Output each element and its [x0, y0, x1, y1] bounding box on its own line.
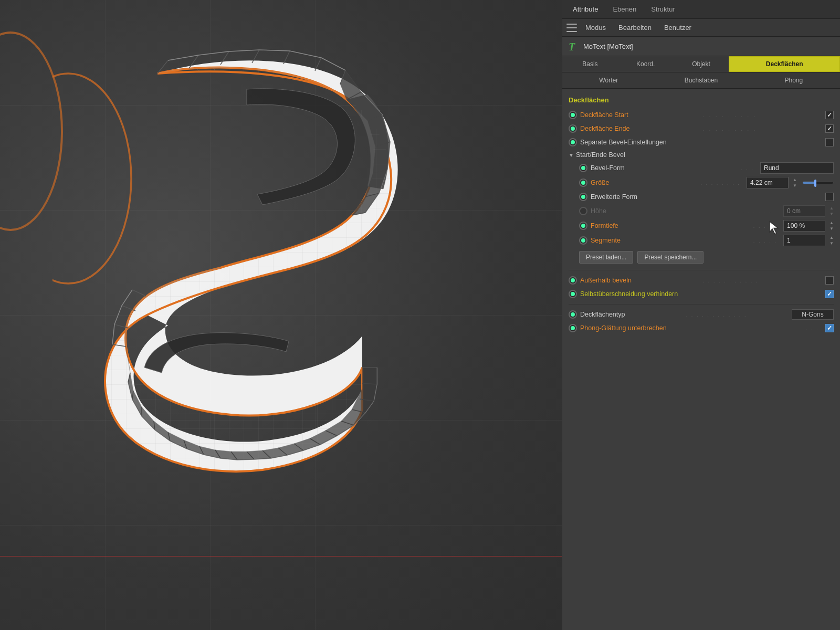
formtiefe-radio[interactable]: [579, 222, 587, 230]
tab-attribute[interactable]: Attribute: [566, 2, 604, 16]
separator-2: [569, 304, 834, 304]
motext-icon: T: [569, 41, 579, 51]
separator-1: [569, 270, 834, 270]
hoehe-spinner[interactable]: ▲ ▼: [830, 205, 834, 217]
benutzer-button[interactable]: Benutzer: [660, 23, 696, 33]
groesse-label: Größe: [591, 179, 697, 186]
panel-toolbar: Modus Bearbeiten Benutzer: [562, 19, 840, 37]
formtiefe-row: Formtiefe . . . . . ▲ ▼: [573, 218, 840, 233]
deckflaeche-ende-row: Deckfläche Ende . . . . . . . . .: [562, 122, 840, 135]
tab-woerter[interactable]: Wörter: [562, 72, 655, 88]
groesse-spinner[interactable]: ▲ ▼: [793, 177, 797, 188]
deckflaechentyp-value: N-Gons: [792, 309, 834, 320]
segmente-dots: . . . . .: [753, 237, 778, 244]
groesse-input[interactable]: [747, 177, 789, 188]
phong-glaettung-row: Phong-Glättung unterbrechen . . .: [562, 321, 840, 335]
3d-viewport[interactable]: [0, 0, 562, 630]
ausserhalb-beveln-row: Außerhalb beveln . . . . . . . . . . .: [562, 274, 840, 287]
tab-phong[interactable]: Phong: [748, 72, 840, 88]
groesse-radio[interactable]: [579, 178, 587, 187]
deckflaechentyp-label: Deckflächentyp: [580, 311, 683, 318]
deckflaeche-ende-radio[interactable]: [569, 124, 577, 133]
bevel-form-label: Bevel-Form: [591, 164, 738, 172]
hamburger-menu-icon[interactable]: [566, 24, 577, 32]
object-title: MoText [MoText]: [583, 43, 633, 50]
tab-koord[interactable]: Koord.: [618, 56, 674, 72]
hoehe-input[interactable]: [783, 205, 825, 217]
formtiefe-label: Formtiefe: [591, 222, 750, 229]
deckflaeche-start-radio[interactable]: [569, 111, 577, 119]
ausserhalb-beveln-radio[interactable]: [569, 276, 577, 285]
deckflaechen-title: Deckflächen: [562, 94, 840, 108]
formtiefe-dots: . . . . .: [753, 223, 778, 229]
bevel-form-input[interactable]: [760, 162, 834, 174]
bevel-section-label: Start/Ende Bevel: [576, 151, 625, 159]
3d-letter-s: [52, 32, 420, 583]
groesse-slider-thumb[interactable]: [814, 180, 816, 187]
formtiefe-input[interactable]: [783, 220, 825, 232]
groesse-row: Größe . . . . . . . . ▲ ▼: [573, 175, 840, 190]
modus-button[interactable]: Modus: [581, 23, 610, 33]
tab-basis[interactable]: Basis: [562, 56, 618, 72]
erweiterte-form-radio[interactable]: [579, 193, 587, 201]
phong-glaettung-dots: . . .: [806, 325, 819, 331]
phong-glaettung-radio[interactable]: [569, 324, 577, 332]
panel-tabs-top: Attribute Ebenen Struktur: [562, 0, 840, 19]
erweiterte-form-checkbox[interactable]: [825, 193, 834, 201]
formtiefe-spinner[interactable]: ▲ ▼: [830, 220, 834, 232]
selbstueberschneidung-label: Selbstüberschneidung verhindern: [580, 290, 822, 298]
segmente-label: Segmente: [591, 237, 750, 244]
hoehe-dots: . . . . . . . .: [737, 208, 777, 214]
deckflaechentyp-radio[interactable]: [569, 310, 577, 319]
tab-buchstaben[interactable]: Buchstaben: [655, 72, 747, 88]
object-header: T MoText [MoText]: [562, 37, 840, 56]
bevel-section-header[interactable]: ▼ Start/Ende Bevel: [562, 149, 840, 161]
separate-bevel-radio[interactable]: [569, 138, 577, 146]
deckflaeche-ende-label: Deckfläche Ende: [580, 125, 700, 132]
tab-objekt[interactable]: Objekt: [674, 56, 729, 72]
deckflaechentyp-row: Deckflächentyp . . . . . . . . . . . . N…: [562, 308, 840, 321]
deckflaeche-ende-dots: . . . . . . . . .: [703, 125, 823, 132]
phong-glaettung-label: Phong-Glättung unterbrechen: [580, 324, 803, 332]
segmente-spinner[interactable]: ▲ ▼: [830, 235, 834, 246]
segmente-row: Segmente . . . . . ▲ ▼: [573, 233, 840, 248]
separate-bevel-checkbox[interactable]: [825, 138, 834, 146]
ausserhalb-beveln-label: Außerhalb beveln: [580, 277, 700, 284]
segmente-input[interactable]: [783, 235, 825, 246]
tab-ebenen[interactable]: Ebenen: [606, 2, 643, 16]
hoehe-radio[interactable]: [579, 207, 587, 215]
bevel-form-row: Bevel-Form . . .: [573, 161, 840, 175]
ausserhalb-dots: . . . . . . . . . . .: [703, 277, 823, 284]
collapse-arrow-icon: ▼: [569, 152, 574, 158]
panel-content[interactable]: Deckflächen Deckfläche Start . . . . . .…: [562, 89, 840, 630]
phong-glaettung-checkbox[interactable]: [825, 324, 834, 332]
ausserhalb-beveln-checkbox[interactable]: [825, 276, 834, 285]
deckflaeche-start-label: Deckfläche Start: [580, 111, 700, 119]
selbstueberschneidung-row: Selbstüberschneidung verhindern: [562, 287, 840, 301]
deckflaeche-ende-checkbox[interactable]: [825, 124, 834, 133]
hoehe-row: Höhe . . . . . . . . ▲ ▼: [573, 204, 840, 218]
separate-bevel-row: Separate Bevel-Einstellungen: [562, 135, 840, 149]
sub-tabs-row2: Wörter Buchstaben Phong: [562, 72, 840, 89]
groesse-slider[interactable]: [802, 181, 834, 184]
bearbeiten-button[interactable]: Bearbeiten: [614, 23, 656, 33]
attribute-panel: Attribute Ebenen Struktur Modus Bearbeit…: [562, 0, 840, 630]
bevel-form-radio[interactable]: [579, 164, 587, 172]
deckflaeche-start-dots: . . . . . . . . .: [703, 112, 823, 118]
erweiterte-form-label: Erweiterte Form: [591, 193, 822, 201]
groesse-dots: . . . . . . . .: [700, 180, 740, 186]
deckflaeche-start-row: Deckfläche Start . . . . . . . . .: [562, 108, 840, 122]
tab-struktur[interactable]: Struktur: [645, 2, 681, 16]
sub-tabs-row1: Basis Koord. Objekt Deckflächen: [562, 56, 840, 72]
selbstueberschneidung-checkbox[interactable]: [825, 290, 834, 298]
segmente-radio[interactable]: [579, 236, 587, 245]
selbstueberschneidung-radio[interactable]: [569, 290, 577, 298]
deckflaeche-start-checkbox[interactable]: [825, 111, 834, 119]
preset-speichern-button[interactable]: Preset speichern...: [637, 251, 704, 264]
bevel-form-dots: . . .: [741, 165, 754, 171]
svg-point-2: [52, 74, 131, 284]
preset-laden-button[interactable]: Preset laden...: [579, 251, 633, 264]
preset-buttons-row: Preset laden... Preset speichern...: [573, 248, 840, 267]
tab-deckflaechen[interactable]: Deckflächen: [729, 56, 840, 72]
erweiterte-form-row: Erweiterte Form: [573, 190, 840, 204]
